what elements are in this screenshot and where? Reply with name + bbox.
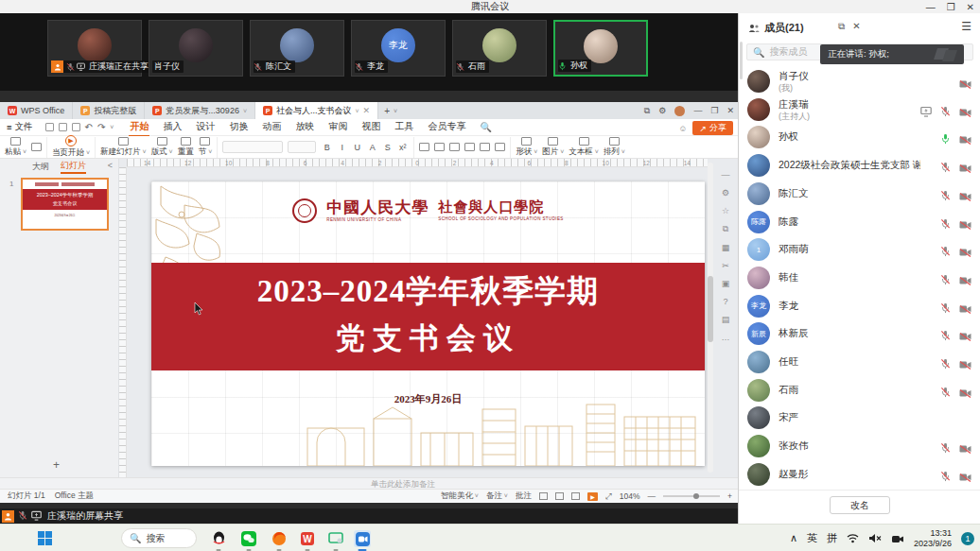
wps-tab-0[interactable]: W WPS Office [0,102,73,119]
member-mic-icon[interactable] [940,328,951,345]
rail-icon-5[interactable]: ✂ [722,261,729,270]
wifi-icon[interactable] [847,533,859,543]
video-tile[interactable]: 肖子仪 [149,20,243,77]
layout-button[interactable]: 版式 ˅ [151,137,173,158]
textbox-button[interactable]: 文本框 ˅ [569,137,599,158]
taskbar-search[interactable]: 🔍 搜索 [121,528,197,548]
wps-close-button[interactable]: ✕ [726,106,734,115]
member-mic-icon[interactable] [940,244,951,261]
member-row[interactable]: 张孜伟 [739,433,980,460]
rename-button[interactable]: 改名 [830,496,890,514]
ime-mode[interactable]: 拼 [827,531,837,545]
numbering-icon[interactable] [434,143,445,151]
rail-icon-9[interactable]: … [722,333,730,342]
fit-icon[interactable]: ⤢ [605,491,612,502]
font-button-I[interactable]: I [336,141,348,153]
align-right-icon[interactable] [480,143,490,151]
font-button-A[interactable]: A [366,141,378,153]
zoom-in-button[interactable]: + [727,491,732,501]
tab-slides[interactable]: 幻灯片 [61,160,86,174]
close-button[interactable]: ✕ [967,2,974,12]
minimize-button[interactable]: — [926,2,936,12]
quickbar-caret-icon[interactable]: ˅ [110,124,114,130]
arrange-button[interactable]: 排列 ˅ [604,137,625,158]
ribbon-menu-9[interactable]: 会员专享 [427,118,466,137]
taskbar-app-qq[interactable] [210,530,227,547]
cut-icon[interactable] [31,143,42,151]
font-button-x²[interactable]: x² [396,141,409,153]
editor-scrollbar[interactable] [708,163,713,473]
panel-collapse-button[interactable]: < [108,161,113,170]
ribbon-menu-2[interactable]: 设计 [195,118,216,137]
ribbon-menu-5[interactable]: 放映 [294,118,315,137]
wps-minimize-button[interactable]: — [693,106,702,115]
member-row[interactable]: 李龙 李龙 [739,293,980,320]
member-row[interactable]: 新辰 林新辰 [739,320,980,348]
member-mic-icon[interactable] [940,301,951,318]
rail-icon-3[interactable]: ⧉ [723,224,728,234]
member-mic-icon[interactable] [940,440,951,457]
member-row[interactable]: 孙权 [739,124,980,151]
member-mic-icon[interactable] [940,272,951,289]
member-camera-icon[interactable] [959,131,971,148]
taskbar-app-wechat[interactable] [240,530,257,547]
member-mic-icon[interactable] [940,104,951,121]
notification-badge[interactable]: 1 [961,532,974,545]
ribbon-menu-4[interactable]: 动画 [261,118,282,137]
video-tile[interactable]: 石雨 [452,20,547,77]
member-camera-icon[interactable] [959,216,971,233]
tab-outline[interactable]: 大纲 [32,161,49,173]
slideshow-button[interactable]: ▶ [587,492,598,501]
start-button[interactable] [38,531,53,546]
member-camera-icon[interactable] [959,328,971,345]
panel-close-icon[interactable]: ✕ [852,21,860,32]
member-camera-icon[interactable] [959,188,971,205]
new-tab-button[interactable]: + [384,106,390,116]
font-button-U[interactable]: U [351,141,363,153]
rail-icon-8[interactable]: ▤ [722,315,730,324]
zoom-level[interactable]: 104% [620,491,640,501]
wps-tab-2[interactable]: P 党员发展与...30926˅ [145,102,255,119]
wps-tab-1[interactable]: P 投稿完整版 [73,102,145,119]
undo-icon[interactable]: ↶ [85,122,93,132]
notes-toggle[interactable]: 备注 ˅ [486,491,508,502]
reset-button[interactable]: 重置 [178,137,194,158]
font-family-select[interactable] [222,141,283,153]
member-row[interactable]: 石雨 [739,377,980,405]
member-camera-icon[interactable] [959,160,971,177]
taskbar-app-meeting[interactable] [354,530,371,547]
slide-canvas[interactable]: 中國人民大學 RENMIN UNIVERSITY OF CHINA 社會與人口學… [151,181,705,466]
settings-gear-icon[interactable]: ⚙ [658,106,666,115]
align-center-icon[interactable] [464,143,475,151]
tray-expand-icon[interactable]: ∧ [790,532,797,544]
shapes-button[interactable]: 形状 ˅ [516,137,537,158]
rail-icon-0[interactable]: — [722,170,730,180]
member-row[interactable]: 韩佳 [739,265,980,292]
member-row[interactable]: 肖子仪 (我) [739,68,980,95]
print-icon[interactable] [59,123,67,131]
member-mic-icon[interactable] [940,469,951,486]
quick-access-toolbar[interactable]: ↶ ↷ ˅ [40,122,120,132]
member-row[interactable]: 庄溪瑞 (主持人) [739,96,980,124]
member-camera-icon[interactable] [959,356,971,373]
ribbon-menu-6[interactable]: 审阅 [327,118,348,137]
account-avatar[interactable] [674,106,685,116]
rail-icon-7[interactable]: ? [723,297,727,306]
member-camera-icon[interactable] [959,385,971,402]
maximize-button[interactable]: ❐ [947,2,955,12]
member-row[interactable]: 赵曼彤 [739,461,980,489]
ribbon-menu-8[interactable]: 工具 [394,118,414,137]
member-row[interactable]: 陈露 陈露 [739,209,980,236]
member-row[interactable]: 任旺 [739,349,980,376]
save-icon[interactable] [45,123,54,131]
member-mic-icon[interactable] [940,188,951,205]
play-from-current-button[interactable]: ▶ 当页开始 ˅ [52,135,90,159]
camera-indicator-icon[interactable] [891,534,904,543]
member-camera-icon[interactable] [959,301,971,318]
member-camera-icon[interactable] [959,76,971,93]
member-row[interactable]: 2022级社会政策硕士生党支部 谢家彬 [739,152,980,180]
video-tile[interactable]: 孙权 [553,20,648,77]
member-camera-icon[interactable] [959,469,971,486]
beautify-button[interactable]: 智能美化 ˅ [441,491,479,502]
wps-tab-3[interactable]: P 社会与人...支书会议˅ ✕ [255,102,378,119]
